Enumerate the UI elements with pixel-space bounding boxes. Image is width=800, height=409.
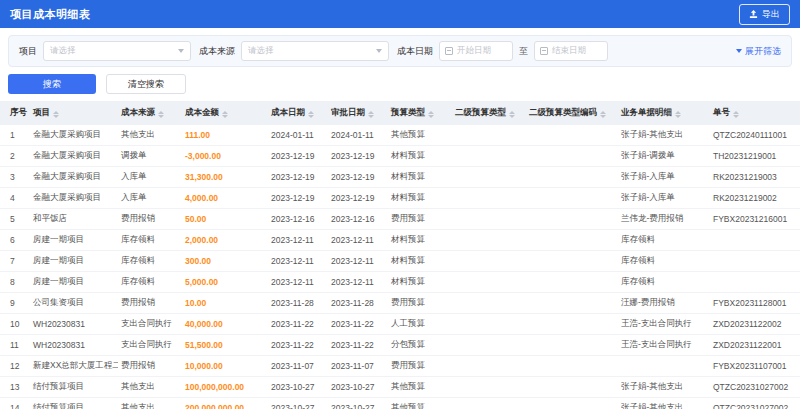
- table-row: 11WH20230831支出合同执行51,500.002023-11-22202…: [0, 335, 800, 356]
- sort-icon[interactable]: [53, 111, 59, 118]
- data-table: 序号项目成本来源成本金额成本日期审批日期预算类型二级预算类型二级预算类型编码业务…: [0, 101, 800, 409]
- column-header-secondary-budget-type[interactable]: 二级预算类型: [452, 101, 526, 125]
- cell-cost-date: 2023-11-22: [268, 335, 328, 356]
- cell-cost-date: 2023-12-19: [268, 146, 328, 167]
- cell-approval-date: 2023-12-19: [328, 167, 388, 188]
- chevron-down-icon: [736, 49, 742, 53]
- cell-cost-date: 2023-12-11: [268, 230, 328, 251]
- column-label: 成本来源: [121, 107, 155, 117]
- cell-cost-date: 2023-12-11: [268, 251, 328, 272]
- cell-budget-type: 材料预算: [388, 251, 452, 272]
- column-label: 序号: [10, 107, 27, 117]
- table-row: 12新建XX总部大厦工程二期费用报销10,000.002023-11-07202…: [0, 356, 800, 377]
- sort-icon[interactable]: [600, 111, 606, 118]
- cell-cost-source: 支出合同执行: [118, 314, 182, 335]
- end-date-input[interactable]: 结束日期: [534, 41, 608, 61]
- cell-no: 9: [0, 293, 30, 314]
- column-label: 单号: [713, 107, 730, 117]
- export-button[interactable]: 导出: [739, 4, 790, 25]
- cell-cost-source: 费用报销: [118, 356, 182, 377]
- column-header-secondary-budget-type-code[interactable]: 二级预算类型编码: [526, 101, 618, 125]
- column-header-cost-source[interactable]: 成本来源: [118, 101, 182, 125]
- cell-budget-type: 其他预算: [388, 398, 452, 409]
- column-label: 二级预算类型: [455, 107, 506, 117]
- cost-detail-table: 序号项目成本来源成本金额成本日期审批日期预算类型二级预算类型二级预算类型编码业务…: [0, 101, 800, 409]
- table-row: 3金融大厦采购项目入库单31,300.002023-12-192023-12-1…: [0, 167, 800, 188]
- cell-document-no: FYBX20231128001: [710, 293, 800, 314]
- search-button[interactable]: 搜索: [8, 74, 96, 94]
- table-row: 2金融大厦采购项目调拨单-3,000.002023-12-192023-12-1…: [0, 146, 800, 167]
- cell-approval-date: 2023-12-11: [328, 272, 388, 293]
- column-label: 项目: [33, 107, 50, 117]
- column-header-approval-date[interactable]: 审批日期: [328, 101, 388, 125]
- cell-secondary-budget-type: [452, 293, 526, 314]
- cell-document-no: [710, 272, 800, 293]
- cell-approval-date: 2023-12-19: [328, 188, 388, 209]
- sort-icon[interactable]: [675, 111, 681, 118]
- cost-source-select[interactable]: 请选择: [241, 41, 389, 61]
- cell-project: 房建一期项目: [30, 251, 118, 272]
- table-row: 6房建一期项目库存领料2,000.002023-12-112023-12-11材…: [0, 230, 800, 251]
- cell-business-document-detail: 张子娟-其他支出: [618, 377, 710, 398]
- cell-cost-date: 2023-12-19: [268, 188, 328, 209]
- cell-secondary-budget-type: [452, 146, 526, 167]
- column-label: 成本金额: [185, 107, 219, 117]
- start-date-input[interactable]: 开始日期: [439, 41, 513, 61]
- cell-secondary-budget-type: [452, 377, 526, 398]
- cell-project: 金融大厦采购项目: [30, 125, 118, 146]
- cost-source-filter-label: 成本来源: [199, 45, 235, 58]
- sort-icon[interactable]: [733, 111, 739, 118]
- cell-cost-amount: 100,000,000.00: [182, 377, 268, 398]
- cell-secondary-budget-type-code: [526, 272, 618, 293]
- cell-business-document-detail: 库存领料: [618, 230, 710, 251]
- cell-secondary-budget-type-code: [526, 125, 618, 146]
- cell-approval-date: 2023-12-19: [328, 146, 388, 167]
- chevron-down-icon: [178, 49, 184, 53]
- column-header-business-document-detail[interactable]: 业务单据明细: [618, 101, 710, 125]
- cell-project: WH20230831: [30, 314, 118, 335]
- cell-secondary-budget-type: [452, 398, 526, 409]
- cell-document-no: TH20231219001: [710, 146, 800, 167]
- project-select[interactable]: 请选择: [43, 41, 191, 61]
- cell-secondary-budget-type: [452, 314, 526, 335]
- cell-secondary-budget-type: [452, 335, 526, 356]
- end-date-placeholder: 结束日期: [552, 45, 586, 57]
- cell-secondary-budget-type: [452, 188, 526, 209]
- table-row: 7房建一期项目库存领料300.002023-12-112023-12-11材料预…: [0, 251, 800, 272]
- cell-budget-type: 分包预算: [388, 335, 452, 356]
- cell-business-document-detail: 汪娜-费用报销: [618, 293, 710, 314]
- sort-icon[interactable]: [158, 111, 164, 118]
- column-header-budget-type[interactable]: 预算类型: [388, 101, 452, 125]
- sort-icon[interactable]: [428, 111, 434, 118]
- filter-cost-date: 成本日期 开始日期 至 结束日期: [397, 41, 608, 61]
- project-select-placeholder: 请选择: [50, 45, 76, 57]
- start-date-placeholder: 开始日期: [457, 45, 491, 57]
- cell-cost-amount: 31,300.00: [182, 167, 268, 188]
- cell-cost-date: 2023-12-11: [268, 272, 328, 293]
- clear-search-button[interactable]: 清空搜索: [106, 74, 186, 94]
- column-header-cost-date[interactable]: 成本日期: [268, 101, 328, 125]
- cell-document-no: QTZC20231027002: [710, 377, 800, 398]
- cell-business-document-detail: 张子娟-入库单: [618, 167, 710, 188]
- cell-project: 金融大厦采购项目: [30, 146, 118, 167]
- column-header-cost-amount[interactable]: 成本金额: [182, 101, 268, 125]
- cell-approval-date: 2023-11-22: [328, 314, 388, 335]
- cell-secondary-budget-type-code: [526, 251, 618, 272]
- cell-document-no: FYBX20231107001: [710, 356, 800, 377]
- column-header-document-no[interactable]: 单号: [710, 101, 800, 125]
- action-bar: 搜索 清空搜索: [8, 74, 792, 94]
- cost-date-filter-label: 成本日期: [397, 45, 433, 58]
- sort-icon[interactable]: [368, 111, 374, 118]
- cell-budget-type: 材料预算: [388, 188, 452, 209]
- cell-cost-amount: 4,000.00: [182, 188, 268, 209]
- expand-filter-link[interactable]: 展开筛选: [736, 45, 781, 58]
- cell-business-document-detail: 王浩-支出合同执行: [618, 314, 710, 335]
- cell-secondary-budget-type: [452, 272, 526, 293]
- column-header-project[interactable]: 项目: [30, 101, 118, 125]
- sort-icon[interactable]: [222, 111, 228, 118]
- cell-cost-amount: 300.00: [182, 251, 268, 272]
- cell-cost-source: 库存领料: [118, 251, 182, 272]
- cell-cost-source: 入库单: [118, 188, 182, 209]
- sort-icon[interactable]: [308, 111, 314, 118]
- sort-icon[interactable]: [509, 111, 515, 118]
